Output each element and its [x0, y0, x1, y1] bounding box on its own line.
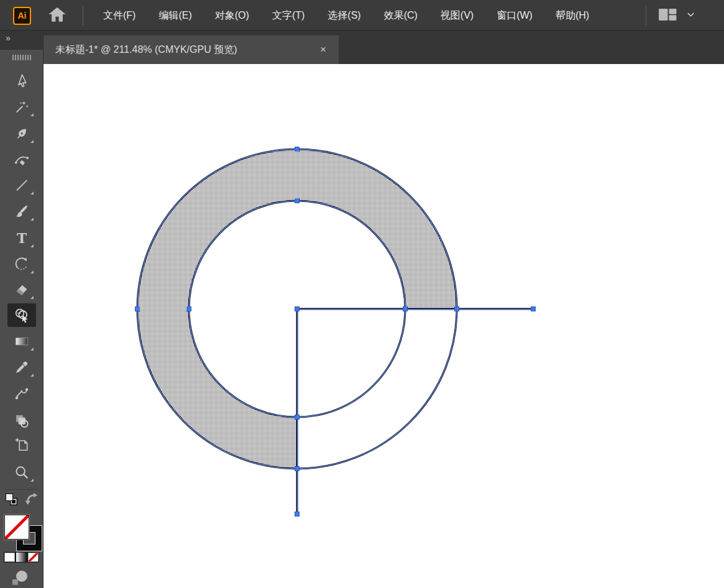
menubar-divider-2: [646, 6, 646, 25]
swap-arrows-icon: [24, 497, 39, 508]
home-button[interactable]: [48, 6, 66, 25]
selection-tool-icon: [14, 73, 30, 89]
eyedropper-tool[interactable]: [7, 356, 36, 379]
menu-item-1[interactable]: 编辑(E): [157, 7, 193, 25]
anchor-point[interactable]: [295, 512, 300, 517]
toolbar-separator: [5, 489, 39, 490]
toolbar-grip-handle[interactable]: [12, 55, 31, 60]
default-fill-stroke-button[interactable]: [6, 494, 17, 505]
anchor-point[interactable]: [295, 467, 300, 471]
home-icon: [48, 6, 66, 25]
artwork-svg: [44, 64, 724, 588]
anchor-point[interactable]: [295, 147, 300, 152]
artboard-tool[interactable]: [7, 433, 36, 456]
line-segment-tool[interactable]: [7, 173, 36, 197]
blend-tool[interactable]: [7, 382, 36, 405]
magic-wand-tool[interactable]: [7, 95, 36, 119]
color-mode-button[interactable]: [4, 552, 16, 563]
anchor-point[interactable]: [403, 307, 408, 311]
rotate-tool-icon: [14, 256, 30, 272]
menu-bar: Ai 文件(F)编辑(E)对象(O)文字(T)选择(S)效果(C)视图(V)窗口…: [0, 0, 724, 31]
shape-tools[interactable]: [7, 409, 36, 433]
document-tab-title: 未标题-1* @ 211.48% (CMYK/GPU 预览): [55, 44, 237, 57]
drawing-mode-circle-icon: [16, 571, 27, 582]
eraser-tool-icon: [14, 282, 30, 298]
menu-item-3[interactable]: 文字(T): [271, 7, 306, 25]
gradient-tool-icon: [14, 333, 30, 349]
app-logo-text: Ai: [18, 11, 27, 21]
anchor-point[interactable]: [531, 307, 536, 311]
menu-item-4[interactable]: 选择(S): [326, 7, 362, 25]
illustrator-window: Ai 文件(F)编辑(E)对象(O)文字(T)选择(S)效果(C)视图(V)窗口…: [0, 0, 724, 588]
app-logo[interactable]: Ai: [13, 7, 31, 25]
selection-tool[interactable]: [7, 69, 36, 93]
document-tab-strip: 未标题-1* @ 211.48% (CMYK/GPU 预览) ×: [44, 31, 724, 64]
paint-mode-buttons: [4, 552, 39, 563]
gradient-mode-button[interactable]: [16, 552, 27, 563]
anchor-point[interactable]: [455, 307, 459, 311]
default-fill-swatch-icon: [6, 494, 13, 501]
paintbrush-tool-icon: [14, 203, 30, 219]
fill-color-swatch-none[interactable]: [4, 515, 29, 540]
menu-item-5[interactable]: 效果(C): [383, 7, 419, 25]
anchor-point[interactable]: [187, 307, 191, 311]
blend-tool-icon: [14, 385, 30, 402]
panel-collapse-button[interactable]: »: [0, 31, 43, 50]
document-area: 未标题-1* @ 211.48% (CMYK/GPU 预览) ×: [44, 31, 724, 588]
canvas-area[interactable]: [44, 64, 724, 588]
magic-wand-tool-icon: [14, 99, 30, 115]
paintbrush-tool[interactable]: [7, 200, 36, 223]
type-tool[interactable]: T: [7, 226, 36, 250]
zoom-tool[interactable]: [7, 461, 36, 484]
menu-item-8[interactable]: 帮助(H): [554, 7, 590, 25]
pen-tool[interactable]: [7, 122, 36, 145]
main-menu: 文件(F)编辑(E)对象(O)文字(T)选择(S)效果(C)视图(V)窗口(W)…: [102, 7, 590, 25]
curvature-tool-icon: [14, 152, 30, 168]
menu-item-6[interactable]: 视图(V): [439, 7, 475, 25]
double-chevron-icon: »: [6, 33, 11, 43]
chevron-down-icon: [686, 10, 695, 22]
menu-item-7[interactable]: 窗口(W): [495, 7, 534, 25]
shape-builder-tool[interactable]: [7, 303, 36, 327]
zoom-tool-icon: [14, 464, 30, 480]
rotate-tool[interactable]: [7, 252, 36, 276]
artboard-tool-icon: [14, 436, 30, 452]
shape-tools-icon: [14, 413, 30, 429]
line-segment-tool-icon: [14, 177, 30, 193]
anchor-point[interactable]: [135, 307, 140, 311]
tab-close-button[interactable]: ×: [318, 44, 329, 56]
pen-tool-icon: [14, 126, 30, 142]
menu-item-0[interactable]: 文件(F): [102, 7, 137, 25]
shape-builder-tool-icon: [14, 307, 30, 323]
anchor-point[interactable]: [295, 307, 300, 311]
anchor-point[interactable]: [295, 199, 300, 203]
none-mode-button[interactable]: [27, 552, 39, 563]
anchor-point[interactable]: [295, 415, 300, 420]
document-tab[interactable]: 未标题-1* @ 211.48% (CMYK/GPU 预览) ×: [44, 35, 339, 64]
drawing-mode-button[interactable]: [11, 569, 32, 586]
menu-item-2[interactable]: 对象(O): [214, 7, 250, 25]
swap-fill-stroke-button[interactable]: [24, 491, 39, 506]
type-tool-icon: T: [14, 230, 30, 246]
tools-panel: T: [0, 50, 43, 588]
svg-text:T: T: [17, 231, 27, 246]
left-rail: »: [0, 31, 44, 588]
eraser-tool[interactable]: [7, 278, 36, 301]
menubar-divider: [83, 6, 83, 25]
workspace-switcher[interactable]: [658, 7, 695, 25]
curvature-tool[interactable]: [7, 148, 36, 172]
menubar-right-group: [646, 6, 695, 25]
eyedropper-tool-icon: [14, 359, 30, 375]
workspace-layout-icon: [658, 7, 678, 25]
gradient-tool[interactable]: [7, 329, 36, 353]
